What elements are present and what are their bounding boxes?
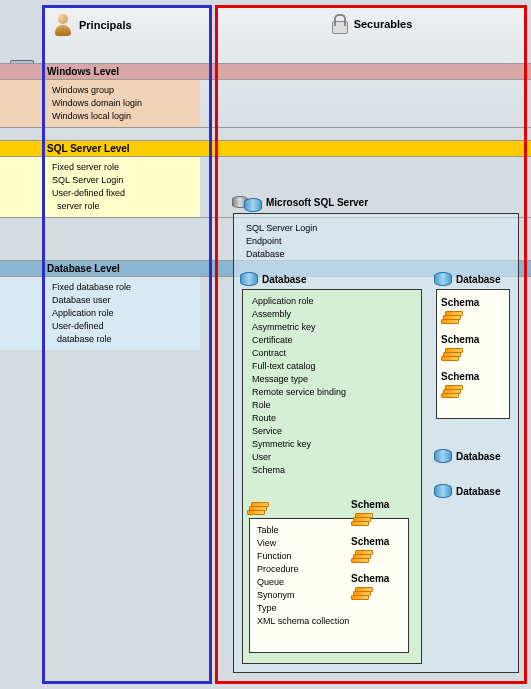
windows-level-title: Windows Level [0,64,531,80]
sql-level-items: Fixed server role SQL Server Login User-… [0,157,200,217]
list-item: Contract [252,347,416,360]
extra-db-label: Database [456,450,500,463]
list-item: Windows domain login [52,97,200,110]
lock-icon [330,14,348,34]
list-item: Endpoint [246,235,512,248]
list-item: XML schema collection [257,615,403,628]
list-item: Message type [252,373,416,386]
list-item: Asymmetric key [252,321,416,334]
list-item: Fixed database role [52,281,200,294]
windows-level-items: Windows group Windows domain login Windo… [0,80,200,127]
schema-label: Schema [441,296,479,309]
schema-label: Schema [351,572,389,585]
server-db-icon [244,198,262,212]
database-sec-panel: Application role Assembly Asymmetric key… [242,289,422,664]
list-item: User-defined fixed [52,187,200,200]
list-item: Assembly [252,308,416,321]
schema-stack-icon [441,348,463,364]
list-item: Windows local login [52,110,200,123]
list-item: SQL Server Login [52,174,200,187]
list-item: Role [252,399,416,412]
list-item: database role [52,333,200,346]
db-level-items: Fixed database role Database user Applic… [0,277,200,350]
schema-label: Schema [351,498,389,511]
database-sec-items: Application role Assembly Asymmetric key… [248,295,416,477]
windows-level-band: Windows Level Windows group Windows doma… [0,63,531,128]
list-item: Type [257,602,403,615]
server-sec-items: SQL Server Login Endpoint Database [240,220,512,267]
list-item: SQL Server Login [246,222,512,235]
list-item: Schema [252,464,416,477]
list-item: Database [246,248,512,261]
schema-label: Schema [441,370,479,383]
list-item: Remote service binding [252,386,416,399]
database-cyl-icon [434,484,452,498]
sql-server-sec-panel: SQL Server Login Endpoint Database Datab… [233,213,519,673]
schema-label-group: Schema Schema Schema [351,496,389,603]
sql-server-sec-header: Microsoft SQL Server [232,192,368,212]
list-item: Symmetric key [252,438,416,451]
extra-db-3: Database [434,484,500,498]
principals-title: Principals [79,19,132,31]
list-item: Fixed server role [52,161,200,174]
list-item: User-defined [52,320,200,333]
schema-stack-icon [441,385,463,401]
database-sec-header: Database [240,272,306,286]
list-item: Database user [52,294,200,307]
extra-db-label: Database [456,485,500,498]
schema-stack-icon [441,311,463,327]
list-item: server role [52,200,200,213]
database-sec-title: Database [262,273,306,286]
extra-db-header: Database [434,272,500,286]
securables-title: Securables [354,18,413,30]
database-cyl-icon [434,449,452,463]
list-item: Application role [52,307,200,320]
sql-server-sec-title: Microsoft SQL Server [266,197,368,208]
database-cyl-icon [434,272,452,286]
schema-stack-icon [247,502,269,518]
schema-label: Schema [441,333,479,346]
sql-level-title: SQL Server Level [0,141,531,157]
schema-stack-icon [351,550,373,566]
extra-db-title: Database [456,273,500,286]
extra-db-2: Database [434,449,500,463]
list-item: Route [252,412,416,425]
list-item: Service [252,425,416,438]
list-item: Full-text catalog [252,360,416,373]
list-item: Application role [252,295,416,308]
list-item: Certificate [252,334,416,347]
database-cyl-icon [240,272,258,286]
schema-stack-icon [351,587,373,603]
securables-header: Securables [218,8,524,40]
extra-db-panel: Schema Schema Schema [436,289,510,419]
list-item: Windows group [52,84,200,97]
schema-label: Schema [351,535,389,548]
user-icon [53,14,73,36]
schema-stack-icon [351,513,373,529]
list-item: User [252,451,416,464]
principals-header: Principals [45,8,209,42]
